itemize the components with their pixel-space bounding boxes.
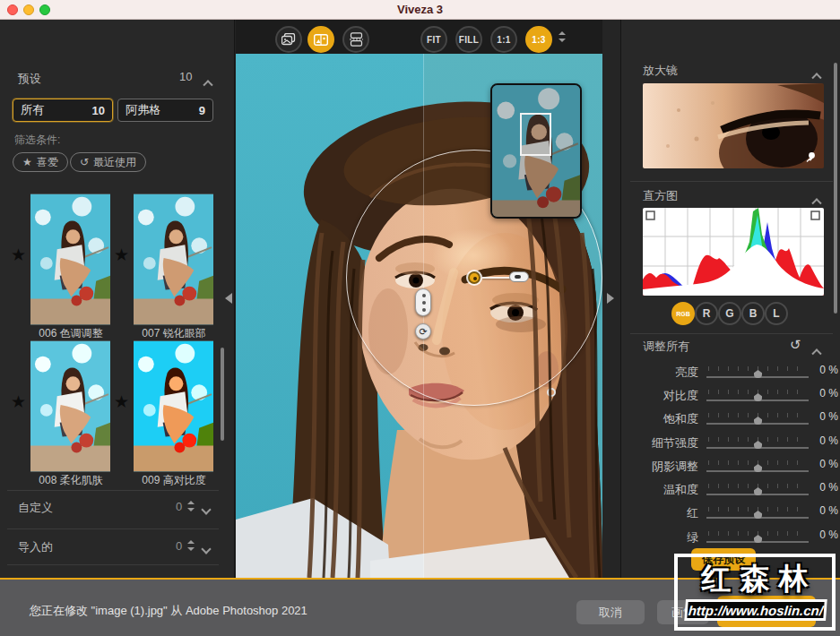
slider-label: 亮度 <box>675 365 698 381</box>
brightness-slider[interactable] <box>706 365 809 378</box>
pin-icon[interactable] <box>804 150 817 163</box>
channel-blue-button[interactable]: B <box>741 302 765 325</box>
collapse-left-panel-icon[interactable] <box>225 293 232 304</box>
fill-label: FILL <box>459 35 479 45</box>
preset-tab-category[interactable]: 阿弗格 9 <box>117 99 213 122</box>
histogram-display <box>643 208 824 296</box>
star-icon[interactable]: ★ <box>11 245 26 265</box>
slider-knob[interactable] <box>754 393 762 401</box>
fit-label: FIT <box>427 35 441 45</box>
channel-rgb-button[interactable]: RGB <box>671 302 695 325</box>
imported-section-toggle[interactable] <box>203 540 210 556</box>
slider-label: 饱和度 <box>663 411 698 427</box>
slider-knob[interactable] <box>754 417 762 425</box>
imported-section-label: 导入的 <box>18 539 53 555</box>
control-point[interactable] <box>468 271 481 284</box>
histogram-header: 直方图 <box>643 188 678 204</box>
slider-knob[interactable] <box>754 535 762 543</box>
preset-caption: 006 色调调整 <box>22 326 120 341</box>
slider-row-brightness: 亮度 0 % <box>626 362 840 382</box>
loupe-preview[interactable] <box>643 83 824 168</box>
cancel-button[interactable]: 取消 <box>576 600 645 624</box>
slider-knob[interactable] <box>754 464 762 472</box>
preset-thumbnail-007[interactable] <box>134 193 213 325</box>
channel-luminance-button[interactable]: L <box>765 302 788 325</box>
slider-label: 红 <box>687 505 698 521</box>
adjust-all-header: 调整所有 <box>643 339 689 355</box>
slider-label: 对比度 <box>663 388 698 404</box>
split-compare-icon <box>314 34 328 46</box>
recently-used-filter-button[interactable]: ↺ 最近使用 <box>70 152 146 172</box>
channel-green-button[interactable]: G <box>718 302 741 325</box>
slider-label: 阴影调整 <box>652 459 698 475</box>
single-view-button[interactable] <box>275 26 302 53</box>
right-panel-scrollbar[interactable] <box>834 63 837 314</box>
preset-caption: 007 锐化眼部 <box>125 326 223 341</box>
left-panel-scrollbar[interactable] <box>221 348 224 441</box>
collapse-right-panel-icon[interactable] <box>607 293 614 304</box>
control-point-reset-button[interactable]: ⟳ <box>415 323 431 339</box>
navigator-preview[interactable] <box>490 83 582 219</box>
tab-label: 所有 <box>21 102 44 118</box>
filter-conditions-label: 筛选条件: <box>14 133 60 148</box>
slider-label: 温和度 <box>663 482 698 498</box>
star-icon[interactable]: ★ <box>114 245 129 265</box>
imported-count: 0 <box>176 539 182 553</box>
adjust-all-collapse-button[interactable] <box>813 342 820 358</box>
favorites-filter-button[interactable]: ★ 喜爱 <box>13 152 68 172</box>
tab-label: 阿弗格 <box>126 102 160 118</box>
slider-row-contrast: 对比度 0 % <box>626 385 840 405</box>
shadows-slider[interactable] <box>706 459 809 472</box>
warmth-slider[interactable] <box>706 482 809 495</box>
contrast-slider[interactable] <box>706 388 809 401</box>
one-to-three-zoom-button[interactable]: 1:3 <box>525 26 552 53</box>
channel-red-button[interactable]: R <box>695 302 718 325</box>
green-slider[interactable] <box>706 529 809 543</box>
preset-thumbnail-008[interactable] <box>30 340 110 472</box>
slider-knob[interactable] <box>754 441 762 449</box>
slider-knob[interactable] <box>754 511 762 519</box>
split-view-button[interactable] <box>307 26 334 53</box>
slider-row-saturation: 饱和度 0 % <box>626 408 840 428</box>
saturation-slider[interactable] <box>706 411 809 425</box>
star-icon: ★ <box>22 156 32 168</box>
red-slider[interactable] <box>706 505 809 519</box>
zoom-stepper[interactable] <box>558 31 566 42</box>
preset-caption: 008 柔化肌肤 <box>22 473 120 488</box>
structure-slider[interactable] <box>706 435 809 449</box>
slider-value: 0 % <box>819 364 838 376</box>
preset-thumbnail-009[interactable] <box>134 340 213 472</box>
chevron-up-icon <box>203 80 212 90</box>
stepper-icon[interactable] <box>186 540 195 551</box>
b-label: B <box>749 307 758 320</box>
reset-adjustments-icon[interactable]: ↺ <box>790 337 801 353</box>
slider-label: 绿 <box>687 529 698 546</box>
custom-section-toggle[interactable] <box>203 501 210 517</box>
slider-value: 0 % <box>819 504 838 517</box>
stepper-icon[interactable] <box>186 501 195 511</box>
presets-header: 预设 <box>18 72 41 85</box>
presets-collapse-button[interactable] <box>204 73 212 90</box>
star-icon[interactable]: ★ <box>11 391 26 412</box>
custom-section-label: 自定义 <box>18 500 53 516</box>
slider-row-structure: 细节强度 0 % <box>626 433 840 452</box>
top-bottom-view-button[interactable] <box>342 26 369 53</box>
slider-value: 0 % <box>819 387 838 400</box>
image-canvas[interactable]: ⟳ <box>236 54 602 578</box>
filter-label: 最近使用 <box>93 155 136 170</box>
navigator-viewport-rect[interactable] <box>520 113 551 156</box>
one-to-one-zoom-button[interactable]: 1:1 <box>490 26 517 53</box>
histogram-collapse-button[interactable] <box>813 192 820 208</box>
preset-thumbnail-006[interactable] <box>30 193 110 325</box>
slider-knob[interactable] <box>754 370 762 378</box>
star-icon[interactable]: ★ <box>114 391 129 412</box>
fill-zoom-button[interactable]: FILL <box>455 26 482 53</box>
slider-knob[interactable] <box>754 487 762 495</box>
preset-tab-all[interactable]: 所有 10 <box>13 99 113 122</box>
single-image-icon <box>281 33 296 46</box>
loupe-collapse-button[interactable] <box>813 66 820 82</box>
control-point-menu[interactable] <box>415 288 431 316</box>
fit-zoom-button[interactable]: FIT <box>420 26 447 53</box>
loupe-header: 放大镜 <box>643 63 678 79</box>
control-point-size-slider[interactable] <box>509 271 529 282</box>
